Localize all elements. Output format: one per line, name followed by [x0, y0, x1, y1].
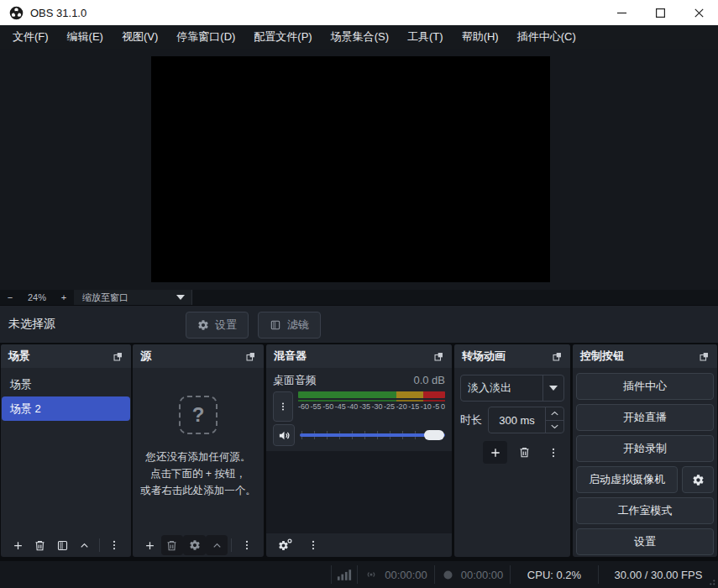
studio-mode-button[interactable]: 工作室模式: [576, 497, 714, 524]
dock-popout-icon[interactable]: [699, 351, 710, 362]
mixer-empty-space: [266, 451, 452, 533]
scenes-title: 场景: [8, 349, 30, 364]
sources-more-button[interactable]: [235, 535, 258, 555]
sources-empty-area[interactable]: ? 您还没有添加任何源。 点击下面的 + 按钮， 或者右击此处添加一个。: [133, 368, 264, 533]
settings-button[interactable]: 设置: [576, 528, 714, 555]
transitions-dock-header: 转场动画: [454, 344, 570, 368]
preview-zoom-bar: − 24% + 缩放至窗口: [0, 290, 718, 305]
menu-profile[interactable]: 配置文件(P): [244, 25, 321, 49]
source-properties-toolbar-button[interactable]: [183, 535, 206, 555]
scenes-more-button[interactable]: [103, 535, 125, 555]
record-time-value: 00:00:00: [461, 569, 504, 581]
dock-area: 场景 场景 场景 2: [0, 344, 718, 559]
volume-slider[interactable]: [300, 428, 445, 442]
sources-dock-header: 源: [133, 344, 264, 368]
preview-canvas[interactable]: [151, 56, 550, 282]
scale-tick: -10: [421, 402, 432, 411]
connection-quality: [332, 561, 357, 588]
scene-filters-button[interactable]: [51, 535, 73, 555]
mixer-channel-menu-button[interactable]: [273, 391, 293, 422]
zoom-fit-caret-icon[interactable]: [170, 295, 191, 300]
remove-transition-button[interactable]: [513, 443, 536, 463]
zoom-in-button[interactable]: +: [54, 290, 74, 305]
close-button[interactable]: [679, 0, 718, 25]
scene-item[interactable]: 场景: [2, 372, 130, 396]
duration-decrease-button[interactable]: [546, 420, 563, 433]
sources-title: 源: [140, 349, 151, 364]
duration-spinner[interactable]: 300 ms: [488, 407, 564, 433]
controls-dock-header: 控制按钮: [573, 344, 717, 368]
stream-time-value: 00:00:00: [385, 569, 427, 581]
menu-view[interactable]: 视图(V): [113, 25, 167, 49]
menu-docks[interactable]: 停靠窗口(D): [167, 25, 244, 49]
duration-increase-button[interactable]: [546, 407, 563, 420]
scene-item-selected[interactable]: 场景 2: [2, 396, 130, 421]
signal-bars-icon: [337, 569, 352, 581]
controls-dock: 控制按钮 插件中心 开始直播 开始录制 启动虚拟摄像机: [573, 344, 717, 557]
scenes-dock-header: 场景: [1, 344, 131, 368]
start-virtual-camera-button[interactable]: 启动虚拟摄像机: [576, 466, 678, 493]
start-streaming-button[interactable]: 开始直播: [576, 404, 714, 431]
scale-tick: -35: [359, 402, 370, 411]
window-controls: [602, 0, 718, 25]
dock-popout-icon[interactable]: [245, 351, 256, 362]
remove-source-button[interactable]: [161, 535, 184, 555]
transitions-more-button[interactable]: [542, 443, 564, 463]
start-recording-button[interactable]: 开始录制: [576, 435, 714, 462]
cpu-usage: CPU: 0.2%: [511, 561, 598, 588]
mixer-more-button[interactable]: [301, 535, 324, 555]
menu-edit[interactable]: 编辑(E): [58, 25, 113, 49]
mixer-dock: 混音器 桌面音频 0.0 dB: [266, 344, 452, 557]
transitions-body: 淡入淡出 时长 300 ms: [454, 368, 570, 557]
window-title: OBS 31.1.0: [30, 7, 86, 19]
chevron-down-icon[interactable]: [542, 375, 563, 401]
obs-window: OBS 31.1.0 文件(F) 编辑(E) 视图(V) 停靠窗口(D) 配置文…: [0, 0, 718, 588]
scale-tick: -30: [371, 402, 382, 411]
scale-tick: -5: [432, 402, 439, 411]
scale-tick: -50: [322, 402, 333, 411]
volume-slider-handle[interactable]: [424, 430, 444, 440]
remove-scene-button[interactable]: [29, 535, 50, 555]
add-transition-button[interactable]: [483, 441, 507, 464]
virtual-camera-settings-button[interactable]: [682, 466, 714, 493]
menu-tools[interactable]: 工具(T): [398, 25, 453, 49]
menu-help[interactable]: 帮助(H): [453, 25, 508, 49]
source-properties-button[interactable]: 设置: [186, 312, 249, 339]
menu-file[interactable]: 文件(F): [3, 25, 58, 49]
broadcast-icon: [364, 568, 378, 581]
scale-tick: -20: [396, 402, 407, 411]
mixer-body: 桌面音频 0.0 dB -60-55-50-45-40-35-30-25-20-…: [266, 368, 452, 533]
dock-popout-icon[interactable]: [552, 351, 563, 362]
question-mark-icon: ?: [179, 396, 217, 434]
zoom-fit-tab[interactable]: 缩放至窗口: [74, 290, 192, 305]
minimize-button[interactable]: [602, 0, 641, 25]
maximize-button[interactable]: [641, 0, 679, 25]
volume-meter-bar: [298, 391, 445, 398]
add-source-button[interactable]: [139, 535, 161, 555]
add-scene-button[interactable]: [7, 535, 29, 555]
obs-logo-icon: [9, 6, 24, 20]
scene-list: 场景 场景 2: [1, 368, 131, 533]
source-properties-label: 设置: [215, 318, 237, 333]
scenes-toolbar: [1, 533, 131, 557]
transition-selected-value: 淡入淡出: [461, 381, 542, 396]
preview-area: [0, 49, 718, 290]
controls-body: 插件中心 开始直播 开始录制 启动虚拟摄像机 工作室模式 设置: [573, 368, 717, 557]
resize-grip[interactable]: [707, 577, 715, 585]
plugin-center-button[interactable]: 插件中心: [576, 373, 714, 400]
move-source-up-button[interactable]: [206, 535, 228, 555]
move-scene-up-button[interactable]: [73, 535, 95, 555]
dock-popout-icon[interactable]: [113, 351, 123, 362]
source-filters-button[interactable]: 滤镜: [258, 312, 321, 339]
duration-value[interactable]: 300 ms: [489, 407, 545, 433]
mute-button[interactable]: [273, 424, 295, 446]
advanced-audio-button[interactable]: [272, 535, 295, 555]
dock-popout-icon[interactable]: [433, 351, 444, 362]
menu-scene-collection[interactable]: 场景集合(S): [322, 25, 398, 49]
status-bar: 00:00:00 00:00:00 CPU: 0.2% 30.00 / 30.0…: [0, 561, 718, 588]
transition-select[interactable]: 淡入淡出: [460, 375, 564, 402]
menu-plugin-center[interactable]: 插件中心(C): [508, 25, 585, 49]
zoom-out-button[interactable]: −: [0, 290, 20, 305]
mixer-channel-level: 0.0 dB: [413, 374, 445, 386]
no-source-label: 未选择源: [8, 317, 55, 332]
